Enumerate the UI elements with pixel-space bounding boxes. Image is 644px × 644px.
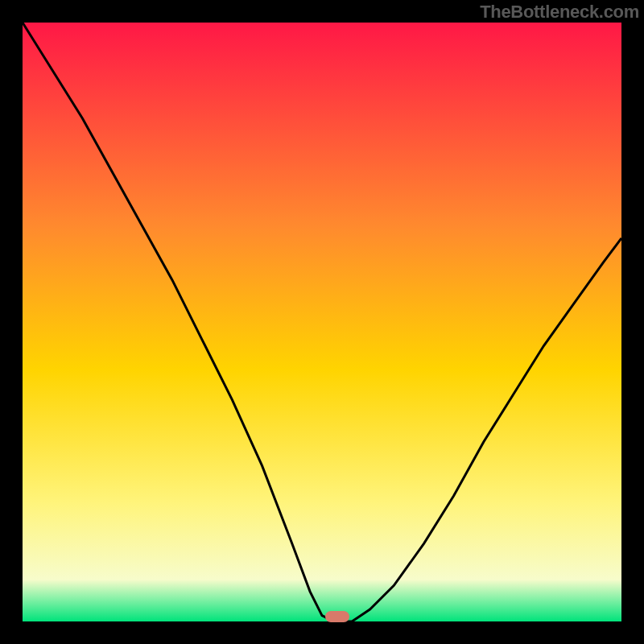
bottleneck-curve xyxy=(23,23,621,621)
watermark-text: TheBottleneck.com xyxy=(480,2,639,23)
chart-frame: TheBottleneck.com xyxy=(0,0,644,644)
optimum-marker xyxy=(325,611,349,622)
plot-area xyxy=(23,23,621,621)
